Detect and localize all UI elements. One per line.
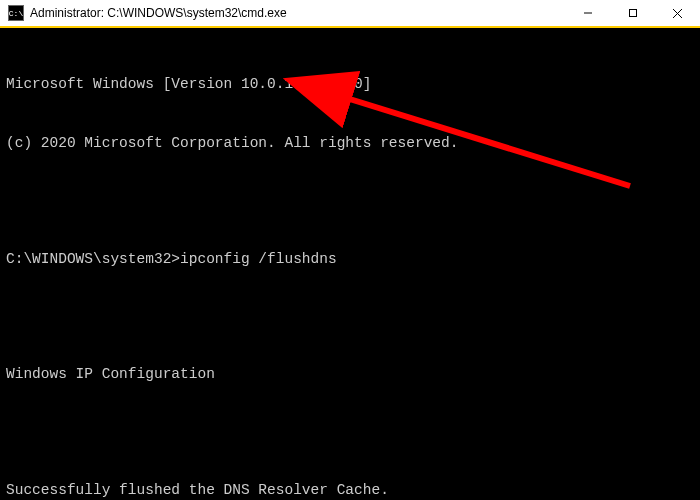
minimize-button[interactable] [565, 0, 610, 26]
minimize-icon [583, 8, 593, 18]
terminal-output[interactable]: Microsoft Windows [Version 10.0.19042.87… [0, 28, 700, 500]
maximize-button[interactable] [610, 0, 655, 26]
prompt-1: C:\WINDOWS\system32> [6, 251, 180, 267]
maximize-icon [628, 8, 638, 18]
blank-line [6, 193, 694, 211]
blank-line [6, 424, 694, 442]
close-button[interactable] [655, 0, 700, 26]
window-controls [565, 0, 700, 26]
close-icon [672, 8, 683, 19]
command-line-1: C:\WINDOWS\system32>ipconfig /flushdns [6, 250, 694, 270]
output-result: Successfully flushed the DNS Resolver Ca… [6, 481, 694, 500]
version-text: Microsoft Windows [Version 10.0.19042.87… [6, 75, 694, 95]
blank-line [6, 308, 694, 326]
cmd-icon: C:\ [8, 5, 24, 21]
output-header: Windows IP Configuration [6, 365, 694, 385]
copyright-text: (c) 2020 Microsoft Corporation. All righ… [6, 134, 694, 154]
titlebar[interactable]: C:\ Administrator: C:\WINDOWS\system32\c… [0, 0, 700, 28]
svg-rect-1 [629, 10, 636, 17]
typed-command: ipconfig /flushdns [180, 251, 337, 267]
window-title: Administrator: C:\WINDOWS\system32\cmd.e… [30, 6, 565, 20]
cmd-window: C:\ Administrator: C:\WINDOWS\system32\c… [0, 0, 700, 500]
